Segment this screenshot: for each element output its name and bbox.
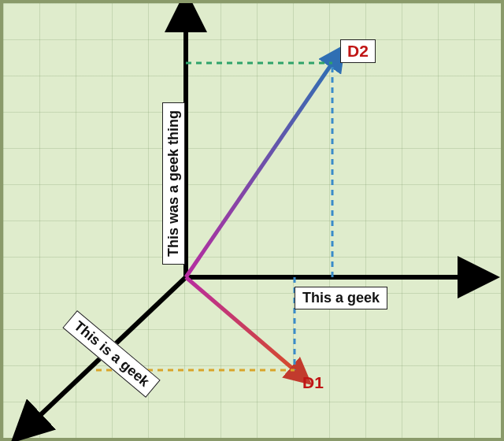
point-d2-label: D2 (340, 39, 376, 63)
vector-d2 (186, 63, 332, 277)
axes-svg (3, 3, 504, 441)
point-d1-label: D1 (302, 373, 324, 392)
vector-diagram: This was a geek thing This a geek This i… (0, 0, 504, 441)
y-axis-label: This was a geek thing (162, 102, 185, 265)
vector-d1 (186, 277, 295, 370)
x-axis-label: This a geek (295, 287, 387, 309)
